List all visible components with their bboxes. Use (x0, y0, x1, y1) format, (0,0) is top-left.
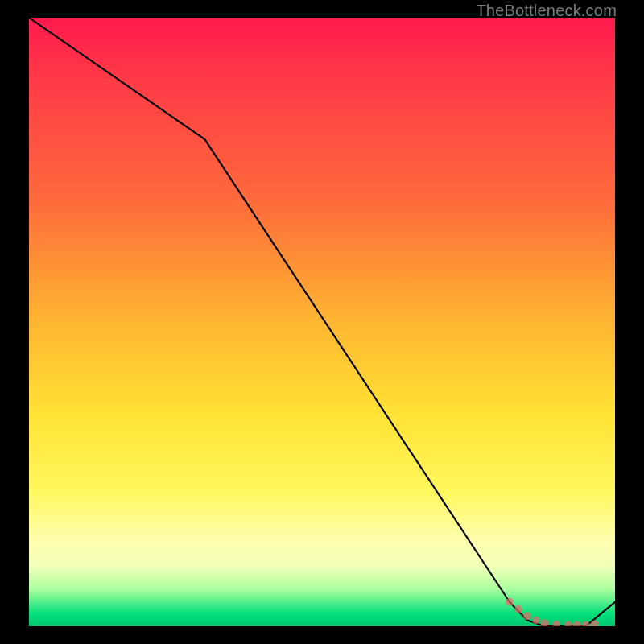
marker-dot (506, 598, 514, 606)
chart-frame: TheBottleneck.com (0, 0, 644, 644)
marker-dot (523, 612, 531, 620)
marker-dot (541, 619, 549, 626)
marker-dot (514, 605, 522, 613)
marker-group (506, 598, 599, 626)
marker-dot (573, 621, 581, 626)
marker-dot (552, 621, 560, 626)
chart-svg (29, 18, 615, 626)
marker-dot (532, 616, 540, 624)
plot-area (29, 18, 615, 626)
marker-dot (564, 621, 572, 626)
marker-dot (582, 621, 590, 626)
curve-line (29, 18, 615, 626)
